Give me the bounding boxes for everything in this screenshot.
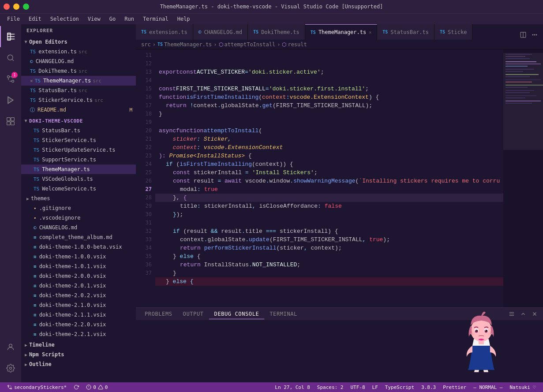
outline-section[interactable]: ▶ Outline [21, 359, 136, 369]
project-vsix-2-0-0[interactable]: ≡ doki-theme-2.0.0.vsix [21, 271, 136, 281]
project-themes-folder[interactable]: ▶ themes [21, 194, 136, 203]
menu-view[interactable]: View [84, 15, 104, 23]
tab-extension-ts[interactable]: TS extension.ts [136, 24, 193, 40]
timeline-section[interactable]: ▶ Timeline [21, 340, 136, 350]
project-section[interactable]: ▶ DOKI-THEME-VSCODE [21, 116, 136, 126]
project-sticker-update-service[interactable]: TS StickerUpdateService.ts [21, 145, 136, 155]
status-errors[interactable]: 0 0 [82, 382, 111, 392]
project-vscodeglobals[interactable]: TS VSCodeGlobals.ts [21, 174, 136, 184]
panel: PROBLEMS OUTPUT DEBUG CONSOLE TERMINAL [136, 307, 543, 382]
svg-rect-0 [7, 33, 11, 41]
tab-theme-manager[interactable]: TS ThemeManager.ts × [305, 24, 377, 40]
status-encoding[interactable]: UTF-8 [347, 385, 368, 390]
project-vsix-1-0-1[interactable]: ≡ doki-theme-1.0.1.vsix [21, 261, 136, 271]
panel-content[interactable] [136, 320, 543, 382]
project-vsix-2-1-0[interactable]: ≡ doki-theme-2.1.0.vsix [21, 300, 136, 310]
project-vsix-2-2-1[interactable]: ≡ doki-theme-2.2.1.vsix [21, 329, 136, 339]
activity-run[interactable] [0, 90, 21, 111]
code-editor[interactable]: 11 12 13 14 15 16 17 18 19 20 21 22 23 2… [136, 49, 543, 307]
svg-rect-7 [11, 118, 15, 121]
open-editor-extension-ts[interactable]: TS extension.ts src [21, 47, 136, 56]
menu-selection[interactable]: Selection [47, 15, 82, 23]
status-right: Ln 27, Col 8 Spaces: 2 UTF-8 LF TypeScri… [271, 385, 539, 390]
panel-tab-output[interactable]: OUTPUT [178, 309, 209, 319]
menu-edit[interactable]: Edit [25, 15, 45, 23]
project-sticker-service[interactable]: TS StickerService.ts [21, 135, 136, 145]
breadcrumb-var[interactable]: result [288, 41, 307, 48]
panel-chevron-up-button[interactable] [518, 309, 528, 319]
status-sync[interactable] [70, 382, 82, 392]
activity-source-control[interactable]: 1 [0, 68, 21, 90]
breadcrumb-src[interactable]: src [141, 41, 151, 48]
project-support-service[interactable]: TS SupportService.ts [21, 155, 136, 164]
tab-changelog[interactable]: © CHANGELOG.md [193, 24, 248, 40]
open-editor-changelog[interactable]: © CHANGELOG.md [21, 56, 136, 66]
open-editors-section[interactable]: ▶ Open Editors [21, 37, 136, 47]
activity-account[interactable] [0, 336, 21, 358]
open-editor-doki-theme[interactable]: TS DokiTheme.ts src [21, 66, 136, 76]
panel-list-view-button[interactable] [507, 309, 517, 319]
activity-explorer[interactable] [0, 26, 21, 47]
open-editor-statusbar[interactable]: TS StatusBar.ts src [21, 86, 136, 95]
breadcrumb-fn[interactable]: attemptToInstall [225, 41, 276, 48]
menu-run[interactable]: Run [121, 15, 138, 23]
project-changelog[interactable]: © CHANGELOG.md [21, 223, 136, 232]
status-position[interactable]: Ln 27, Col 8 [271, 385, 313, 390]
menu-go[interactable]: Go [106, 15, 119, 23]
project-chevron: ▶ [24, 119, 29, 122]
status-natsuki[interactable]: Natsuki ♡ [506, 385, 539, 390]
minimize-button[interactable]: − [13, 4, 19, 10]
project-theme-manager[interactable]: TS ThemeManager.ts [21, 164, 136, 174]
status-vim-mode[interactable]: – NORMAL – [470, 385, 506, 390]
status-version[interactable]: 3.8.3 [418, 385, 439, 390]
tab-sticke[interactable]: TS Sticke [434, 24, 472, 40]
panel-tab-debug-console[interactable]: DEBUG CONSOLE [209, 309, 265, 319]
status-eol[interactable]: LF [369, 385, 382, 390]
project-vsix-2-2-0[interactable]: ≡ doki-theme-2.2.0.vsix [21, 320, 136, 329]
tab-close-theme-manager[interactable]: × [369, 30, 371, 35]
breadcrumb-file[interactable]: ThemeManager.ts [164, 41, 212, 48]
tab-doki-theme[interactable]: TS DokiTheme.ts [248, 24, 305, 40]
project-vsix-2-0-1[interactable]: ≡ doki-theme-2.0.1.vsix [21, 281, 136, 291]
vsix-1-0-0b-label: doki-theme-1.0.0-beta.vsix [39, 244, 122, 250]
panel-tab-problems[interactable]: PROBLEMS [139, 309, 178, 319]
maximize-button[interactable]: □ [23, 4, 29, 10]
file-icon: ≡ [34, 235, 37, 240]
tab-statusbar[interactable]: TS StatusBar.ts [377, 24, 434, 40]
svg-point-16 [536, 34, 537, 35]
project-statusbar[interactable]: TS StatusBar.ts [21, 126, 136, 135]
project-vsix-2-0-2[interactable]: ≡ doki-theme-2.0.2.vsix [21, 291, 136, 300]
code-content[interactable]: export const ACTIVE_STICKER = 'doki.stic… [155, 49, 503, 307]
open-editor-readme[interactable]: ⓘ README.md M [21, 105, 136, 115]
info-icon2: ⓘ [30, 107, 35, 113]
panel-tab-terminal[interactable]: TERMINAL [264, 309, 303, 319]
svg-rect-8 [7, 122, 11, 125]
panel-close-button[interactable] [530, 309, 539, 319]
split-editor-button[interactable] [518, 30, 528, 40]
open-editor-sticker-service[interactable]: TS StickerService.ts src [21, 95, 136, 105]
project-welcome-service[interactable]: TS WelcomeService.ts [21, 184, 136, 194]
project-vsix-2-1-1[interactable]: ≡ doki-theme-2.1.1.vsix [21, 310, 136, 320]
error-count: 0 [93, 385, 96, 390]
status-spaces[interactable]: Spaces: 2 [314, 385, 347, 390]
activity-settings[interactable] [0, 358, 21, 379]
status-language[interactable]: TypeScript [382, 385, 418, 390]
project-vscodeignore[interactable]: • .vscodeignore [21, 213, 136, 223]
project-complete-theme[interactable]: ≡ complete_theme_album.md [21, 232, 136, 242]
status-prettier[interactable]: Prettier [439, 385, 470, 390]
menu-help[interactable]: Help [174, 15, 194, 23]
project-vsix-1-0-0[interactable]: ≡ doki-theme-1.0.0.vsix [21, 252, 136, 261]
project-gitignore[interactable]: • .gitignore [21, 203, 136, 213]
menu-terminal[interactable]: Terminal [139, 15, 172, 23]
more-actions-button[interactable] [530, 30, 539, 40]
close-button[interactable]: × [4, 4, 10, 10]
activity-extensions[interactable] [0, 111, 21, 132]
activity-search[interactable] [0, 47, 21, 68]
open-editor-theme-manager[interactable]: × TS ThemeManager.ts src [21, 76, 136, 86]
tab-changelog-icon: © [198, 29, 202, 35]
npm-scripts-section[interactable]: ▶ Npm Scripts [21, 350, 136, 359]
status-branch[interactable]: secondaryStickers* [4, 382, 70, 392]
close-x[interactable]: × [30, 78, 33, 84]
menu-file[interactable]: File [4, 15, 23, 23]
project-vsix-1-0-0b[interactable]: ≡ doki-theme-1.0.0-beta.vsix [21, 242, 136, 252]
